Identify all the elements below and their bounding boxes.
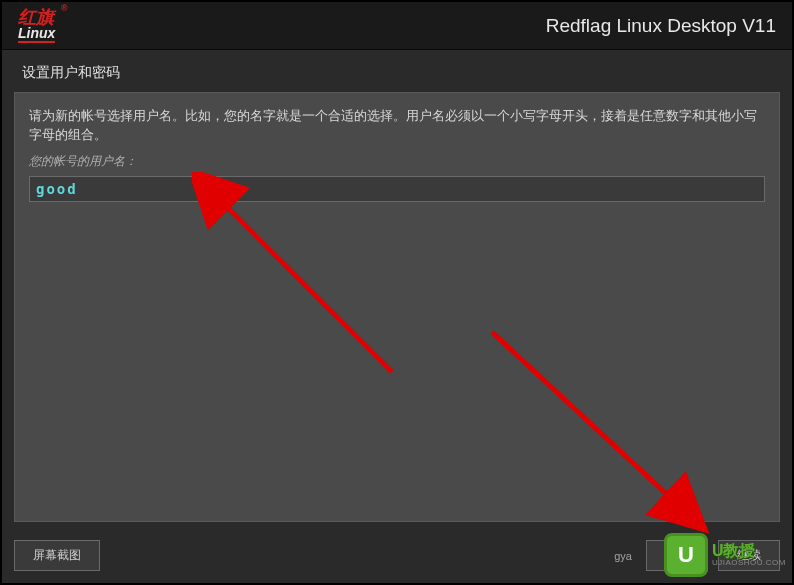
instruction-text: 请为新的帐号选择用户名。比如，您的名字就是一个合适的选择。用户名必须以一个小写字… xyxy=(29,107,765,145)
watermark-text: U教授 UJIAOSHOU.COM xyxy=(712,542,786,568)
logo-cn-text: 红旗 xyxy=(18,8,55,26)
section-title: 设置用户和密码 xyxy=(2,50,792,92)
screenshot-button[interactable]: 屏幕截图 xyxy=(14,540,100,571)
watermark-icon xyxy=(664,533,708,577)
header-title: Redflag Linux Desktop V11 xyxy=(546,15,776,37)
logo-en-text: Linux xyxy=(18,26,55,43)
help-text: gya xyxy=(614,550,632,562)
watermark-brand: U教授 xyxy=(712,542,786,560)
username-input[interactable] xyxy=(29,176,765,202)
header: 红旗 Linux Redflag Linux Desktop V11 xyxy=(2,2,792,50)
username-label: 您的帐号的用户名： xyxy=(29,153,765,170)
watermark: U教授 UJIAOSHOU.COM xyxy=(664,533,786,577)
content-panel: 请为新的帐号选择用户名。比如，您的名字就是一个合适的选择。用户名必须以一个小写字… xyxy=(14,92,780,522)
logo: 红旗 Linux xyxy=(18,8,55,43)
watermark-url: UJIAOSHOU.COM xyxy=(712,559,786,568)
